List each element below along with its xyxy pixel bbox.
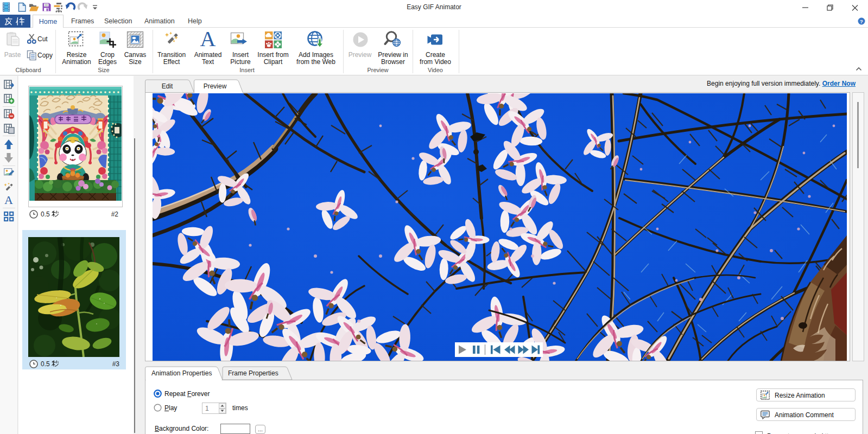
svg-text:Frame Properties: Frame Properties	[228, 369, 278, 377]
svg-text:Preview: Preview	[204, 82, 227, 90]
svg-text:Edit: Edit	[162, 82, 173, 90]
svg-text:Animation Properties: Animation Properties	[151, 369, 212, 377]
svg-text:?: ?	[860, 18, 863, 24]
svg-text:A: A	[4, 193, 13, 207]
